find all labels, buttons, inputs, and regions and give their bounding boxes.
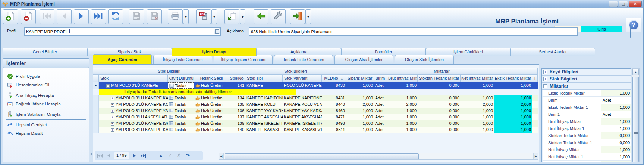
- next-record-button[interactable]: [74, 9, 89, 24]
- detail-group-stok-bilgileri[interactable]: +Stok Bilgileri: [542, 76, 631, 83]
- scroll-left-icon[interactable]: ◀: [219, 153, 224, 159]
- last-record-button[interactable]: [91, 9, 106, 24]
- detail-group-miktarlar[interactable]: −Miktarlar: [542, 83, 631, 90]
- view-tab-i-htiya-toplam-g-r-n-m[interactable]: İhtiyaç Toplam Görünüm: [214, 55, 273, 64]
- add-record-button[interactable]: [3, 9, 18, 24]
- column-header-m1dno[interactable]: M1DNo▲: [322, 75, 346, 82]
- delete-record-button[interactable]: [21, 9, 36, 24]
- tab-i-lem-detay-[interactable]: İşlem Detayı: [172, 48, 257, 56]
- vertical-scroll-thumb[interactable]: [632, 77, 639, 162]
- detail-field-value[interactable]: 1,000: [601, 153, 631, 160]
- expand-icon[interactable]: +: [543, 77, 547, 81]
- export-pdf-dropdown-button[interactable]: ▼: [211, 9, 217, 24]
- column-header-stok[interactable]: Stok: [99, 75, 168, 82]
- expand-icon[interactable]: +: [111, 110, 114, 113]
- column-header-ind[interactable]: [93, 75, 99, 82]
- grid-row-137[interactable]: +YM-POLO 3'LÜ AKSESUAR VTaslakHızlı Üret…: [93, 114, 538, 120]
- nav-refresh-button[interactable]: ↷: [184, 152, 192, 159]
- column-header-siparis[interactable]: Sipariş Miktar: [346, 75, 374, 82]
- column-header-tedarik[interactable]: Tedarik Şekli: [194, 75, 228, 82]
- scroll-up-icon[interactable]: ▲: [632, 69, 639, 75]
- expand-icon[interactable]: +: [111, 122, 114, 126]
- print-dropdown-button[interactable]: ▼: [183, 9, 189, 24]
- detail-vertical-scrollbar[interactable]: ▲: [632, 68, 640, 162]
- sidebar-item-hesaplamalar-sil[interactable]: Hesaplamaları Sil: [3, 80, 89, 89]
- refresh-button[interactable]: [108, 9, 123, 24]
- nav-last-button[interactable]: [139, 152, 147, 159]
- detail-field-value[interactable]: 0,000: [601, 132, 631, 139]
- revert-button[interactable]: [254, 9, 268, 24]
- detail-field-value[interactable]: 1,000: [601, 104, 631, 111]
- copy-button[interactable]: [224, 9, 239, 24]
- view-tab-a-a-g-r-n-m[interactable]: Ağaç Görünüm: [93, 54, 152, 64]
- column-header-stoktan[interactable]: Stoktan Tedarik Miktar: [418, 75, 461, 82]
- grid-row-141[interactable]: ▸−MM-POLO 3'LÜ KANEPETaslakHızlı Üretim1…: [93, 82, 538, 89]
- detail-field-value[interactable]: 1,000: [601, 90, 631, 96]
- tools-button[interactable]: [271, 9, 286, 24]
- expand-icon[interactable]: +: [543, 70, 547, 74]
- grid-row-136[interactable]: +YM-POLO 3'LÜ KANEPE YAYTaslakHızlı Üret…: [93, 108, 538, 114]
- tab-genel-bilgiler[interactable]: Genel Bilgiler: [3, 48, 87, 56]
- grid-row-134[interactable]: +YM-POLO 3'LÜ KANEPE KAPTaslakHızlı Üret…: [93, 95, 538, 101]
- detail-field-value[interactable]: 0,000: [601, 139, 631, 146]
- grid-row-135[interactable]: +YM-POLO 3'LÜ KANEPE KOLTaslakHızlı Üret…: [93, 101, 538, 108]
- grid-horizontal-scrollbar[interactable]: ◀ ▶: [219, 153, 538, 160]
- column-header-net[interactable]: Net İhtiyaç Miktar: [461, 75, 494, 82]
- group-header-2[interactable]: Stok Bilgileri: [245, 68, 346, 75]
- sidebar-item-i-lem-sat-rlar-n-onayla[interactable]: İşlem Satırlarını Onayla: [3, 110, 89, 118]
- exit-dropdown-button[interactable]: ▼: [305, 9, 311, 24]
- expand-icon[interactable]: +: [111, 97, 114, 100]
- group-header-1[interactable]: Stok Bilgileri: [93, 68, 245, 75]
- sidebar-item-hepsini-geni-let[interactable]: Hepsini Genişlet: [3, 120, 89, 129]
- first-record-button[interactable]: [40, 9, 54, 24]
- column-header-kayit[interactable]: Kayıt Durumu: [168, 75, 194, 82]
- column-header-stokno[interactable]: StokNo: [228, 75, 245, 82]
- nav-first-button[interactable]: [96, 152, 104, 159]
- column-header-brut[interactable]: Brüt İhtiyaç Miktar: [388, 75, 418, 82]
- view-tab-olu-an-alsa-i-lemler[interactable]: Oluşan Alsa İşlemler: [334, 55, 393, 64]
- nav-next-button[interactable]: [131, 152, 138, 159]
- sidebar-splitter-arrow[interactable]: ◄: [89, 152, 93, 156]
- sidebar-item-ana-i-htiya-hesapla[interactable]: Ana İhtiyaç Hesapla: [3, 91, 89, 99]
- save-cancel-button[interactable]: [147, 9, 162, 24]
- collapse-icon[interactable]: −: [106, 84, 110, 88]
- scroll-right-icon[interactable]: ▶: [533, 153, 538, 159]
- save-button[interactable]: [129, 9, 144, 24]
- column-header-tipi[interactable]: Stok Tipi: [245, 75, 283, 82]
- nav-previous-button[interactable]: [105, 152, 113, 159]
- column-header-birim[interactable]: Birim: [374, 75, 388, 82]
- collapse-icon[interactable]: −: [543, 84, 547, 88]
- view-tab-olu-an-stok-i-lemleri[interactable]: Oluşan Stok İşlemleri: [395, 55, 454, 64]
- profil-input[interactable]: [24, 27, 221, 36]
- minimize-button[interactable]: —: [609, 1, 618, 7]
- detail-group-kay-t-bilgileri[interactable]: +Kayıt Bilgileri: [542, 69, 631, 76]
- detail-field-value[interactable]: 1,000: [601, 146, 631, 153]
- exit-button[interactable]: [290, 9, 305, 24]
- nav-cancel-button[interactable]: ✗: [175, 152, 183, 159]
- grid-row-139[interactable]: +YM-POLO 3'LÜ KANEPE İSKTaslakHızlı Üret…: [93, 120, 538, 127]
- nav-delete-button[interactable]: —: [148, 152, 156, 159]
- view-tab-tedarik-liste-g-r-n-m[interactable]: Tedarik Liste Görünüm: [274, 55, 333, 64]
- aciklama-input[interactable]: [249, 27, 578, 36]
- previous-record-button[interactable]: [57, 9, 72, 24]
- profil-lookup-button[interactable]: [214, 28, 220, 34]
- column-header-eksik[interactable]: Eksik Tedarik Miktar: [494, 75, 532, 82]
- detail-field-value[interactable]: 1,000: [601, 125, 631, 132]
- maximize-button[interactable]: ▢: [619, 1, 628, 7]
- sidebar-item-profil-uygula[interactable]: Profil Uygula: [3, 72, 89, 80]
- column-header-t[interactable]: T: [532, 75, 538, 82]
- tab-serbest-alanlar[interactable]: Serbest Alanlar: [511, 48, 595, 56]
- expand-icon[interactable]: +: [111, 103, 114, 107]
- detail-field-value[interactable]: Adet: [601, 97, 631, 104]
- detail-field-value[interactable]: 0,000: [601, 161, 631, 162]
- print-button[interactable]: [168, 9, 183, 24]
- grid-row-140[interactable]: +YM-POLO 3'LÜ KANEPE KASTaslakHızlı Üret…: [93, 127, 538, 133]
- detail-field-value[interactable]: Adet: [601, 111, 631, 118]
- group-header-3[interactable]: Miktarlar: [346, 68, 538, 75]
- sidebar-item-ba-ml-i-htiya-hesapla[interactable]: 01Bağımlı İhtiyaç Hesapla: [3, 99, 89, 108]
- expand-icon[interactable]: +: [111, 128, 114, 132]
- column-header-varyant[interactable]: Stok Varyantı: [283, 75, 322, 82]
- nav-post-button[interactable]: ✓: [166, 152, 174, 159]
- copy-dropdown-button[interactable]: ▼: [240, 9, 245, 24]
- view-tab-i-htiya-liste-g-r-n-m[interactable]: İhtiyaç Liste Görünüm: [153, 55, 212, 64]
